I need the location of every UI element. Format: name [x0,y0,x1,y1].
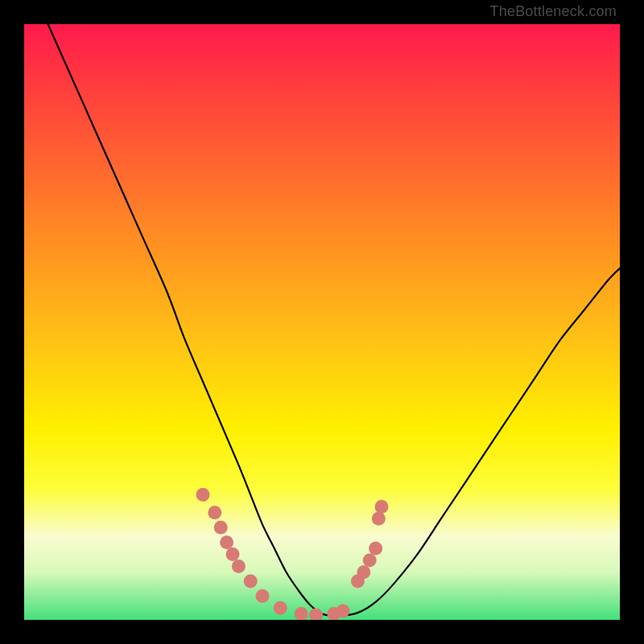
curve-layer [48,24,620,616]
data-marker [208,506,221,519]
chart-svg [24,24,620,620]
data-marker [336,604,349,617]
marker-layer [196,488,389,620]
data-marker [220,535,233,549]
data-marker [295,607,308,620]
data-marker [369,542,382,555]
bottleneck-curve [48,24,620,616]
data-marker [196,488,210,502]
data-marker [357,565,370,579]
watermark-text: TheBottleneck.com [490,3,617,20]
plot-area [24,24,620,620]
chart-frame: TheBottleneck.com [0,0,644,644]
data-marker [232,559,246,573]
data-marker [274,601,287,615]
data-marker [256,589,270,603]
data-marker [226,547,240,561]
data-marker [244,574,258,588]
data-marker [363,554,377,568]
data-marker [309,609,323,620]
data-marker [375,500,389,514]
data-marker [372,512,386,526]
data-marker [214,521,228,535]
